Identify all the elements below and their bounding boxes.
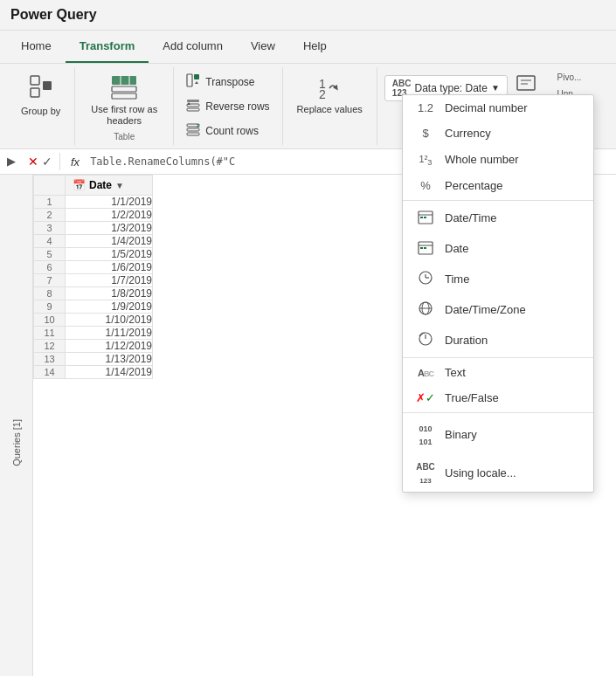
tab-help[interactable]: Help — [289, 31, 341, 63]
dropdown-item-datetimezone[interactable]: Date/Time/Zone — [403, 294, 593, 325]
whole-icon: 1²3 — [415, 152, 436, 167]
date-header-label: Date — [89, 179, 112, 191]
date-cell: 1/9/2019 — [66, 300, 153, 314]
tab-addcolumn[interactable]: Add column — [149, 31, 237, 63]
reverse-rows-button[interactable]: Reverse rows — [181, 95, 274, 117]
queries-panel: Queries [1] — [0, 175, 33, 676]
dropdown-item-decimal[interactable]: 1.2 Decimal number — [403, 95, 593, 121]
svg-rect-28 — [420, 247, 423, 249]
svg-rect-4 — [112, 86, 136, 92]
binary-label: Binary — [445, 428, 477, 441]
separator-after-truefalse — [403, 412, 593, 413]
formula-confirm-icon[interactable]: ✓ — [42, 155, 52, 169]
formula-cancel-icon[interactable]: ✕ — [28, 155, 38, 169]
row-number: 4 — [34, 235, 66, 248]
tab-transform[interactable]: Transform — [66, 31, 149, 63]
tab-home[interactable]: Home — [7, 31, 66, 63]
datetimezone-icon — [415, 300, 436, 319]
table-row: 1 1/1/2019 — [34, 196, 153, 209]
ribbon-tabs: Home Transform Add column View Help — [0, 31, 616, 64]
queries-label: Queries [1] — [11, 419, 22, 466]
dropdown-item-locale[interactable]: ABC123 Using locale... — [403, 453, 593, 492]
date-cell: 1/2/2019 — [66, 209, 153, 222]
formula-text: Table.RenameColumns(#"C — [90, 155, 235, 168]
whole-label: Whole number — [445, 153, 519, 166]
count-rows-button[interactable]: Σ Count rows — [181, 120, 274, 141]
truefalse-icon: ✗✓ — [415, 391, 436, 404]
use-first-row-label: Use first row as headers — [89, 104, 159, 127]
reverse-rows-icon — [186, 98, 200, 114]
transpose-label: Transpose — [205, 76, 254, 88]
date-cell: 1/11/2019 — [66, 327, 153, 340]
formula-icons: ✕ ✓ — [28, 155, 52, 169]
transpose-button[interactable]: Transpose — [181, 71, 274, 93]
dropdown-item-datetime[interactable]: Date/Time — [403, 203, 593, 233]
use-first-row-button[interactable]: Use first row as headers — [82, 71, 166, 130]
row-number: 5 — [34, 248, 66, 261]
svg-rect-1 — [31, 88, 39, 97]
filter-chevron-icon[interactable]: ▼ — [115, 181, 124, 190]
row-number: 14 — [34, 366, 66, 379]
date-cell: 1/6/2019 — [66, 261, 153, 274]
dropdown-item-whole[interactable]: 1²3 Whole number — [403, 146, 593, 173]
use-first-row-icon — [110, 74, 138, 104]
date-cell: 1/3/2019 — [66, 222, 153, 235]
row-number: 6 — [34, 261, 66, 274]
dropdown-item-time[interactable]: Time — [403, 264, 593, 294]
datatype-label: Data type: Date — [415, 82, 488, 94]
row-number: 11 — [34, 327, 66, 340]
time-icon — [415, 270, 436, 288]
percentage-icon: % — [415, 179, 436, 192]
grid-table: 📅 Date ▼ 1 1/1/2019 2 1/2/2019 3 1/3/201… — [33, 175, 153, 379]
dropdown-item-percentage[interactable]: % Percentage — [403, 173, 593, 198]
date-icon — [415, 239, 436, 258]
locale-icon: ABC123 — [415, 459, 436, 486]
date-cell: 1/10/2019 — [66, 314, 153, 327]
datetimezone-label: Date/Time/Zone — [445, 303, 526, 316]
tab-view[interactable]: View — [237, 31, 289, 63]
svg-text:2: 2 — [319, 87, 326, 101]
formula-fx-label: fx — [67, 155, 83, 169]
date-cell: 1/5/2019 — [66, 248, 153, 261]
table-row: 14 1/14/2019 — [34, 366, 153, 379]
svg-rect-14 — [187, 128, 199, 131]
dropdown-item-text[interactable]: ABC Text — [403, 360, 593, 385]
svg-rect-3 — [112, 76, 136, 85]
replace-values-section: 1 2 Replace values — [283, 67, 377, 145]
row-num-header — [34, 176, 66, 196]
table-row: 3 1/3/2019 — [34, 222, 153, 235]
row-number: 7 — [34, 274, 66, 287]
svg-rect-19 — [517, 76, 535, 90]
date-cell: 1/13/2019 — [66, 353, 153, 366]
svg-rect-24 — [420, 217, 423, 218]
group-by-button[interactable]: Group by — [14, 71, 67, 120]
table-row: 9 1/9/2019 — [34, 300, 153, 314]
row-number: 1 — [34, 196, 66, 209]
dropdown-item-currency[interactable]: $ Currency — [403, 121, 593, 146]
group-by-icon — [29, 74, 53, 104]
svg-rect-8 — [187, 74, 192, 86]
time-label: Time — [445, 272, 469, 286]
locale-label: Using locale... — [445, 466, 516, 479]
expand-button[interactable]: ▶ — [7, 155, 21, 169]
datetime-label: Date/Time — [445, 211, 496, 224]
transpose-icon — [186, 73, 200, 90]
date-cell: 1/4/2019 — [66, 235, 153, 248]
table-row: 7 1/7/2019 — [34, 274, 153, 287]
dropdown-item-date[interactable]: Date — [403, 233, 593, 264]
table-row: 10 1/10/2019 — [34, 314, 153, 327]
table-row: 13 1/13/2019 — [34, 353, 153, 366]
table-row: 11 1/11/2019 — [34, 327, 153, 340]
currency-icon: $ — [415, 127, 436, 140]
replace-values-button[interactable]: 1 2 Replace values — [290, 71, 370, 118]
datatype-chevron: ▼ — [491, 83, 500, 93]
dropdown-item-binary[interactable]: 010101 Binary — [403, 415, 593, 453]
svg-rect-10 — [187, 100, 199, 102]
dropdown-item-duration[interactable]: Duration — [403, 325, 593, 355]
svg-rect-0 — [31, 76, 39, 85]
text-label: Text — [445, 366, 466, 379]
group-by-label: Group by — [21, 106, 60, 116]
table-row: 4 1/4/2019 — [34, 235, 153, 248]
dropdown-item-truefalse[interactable]: ✗✓ True/False — [403, 385, 593, 410]
date-column-header[interactable]: 📅 Date ▼ — [66, 176, 153, 196]
